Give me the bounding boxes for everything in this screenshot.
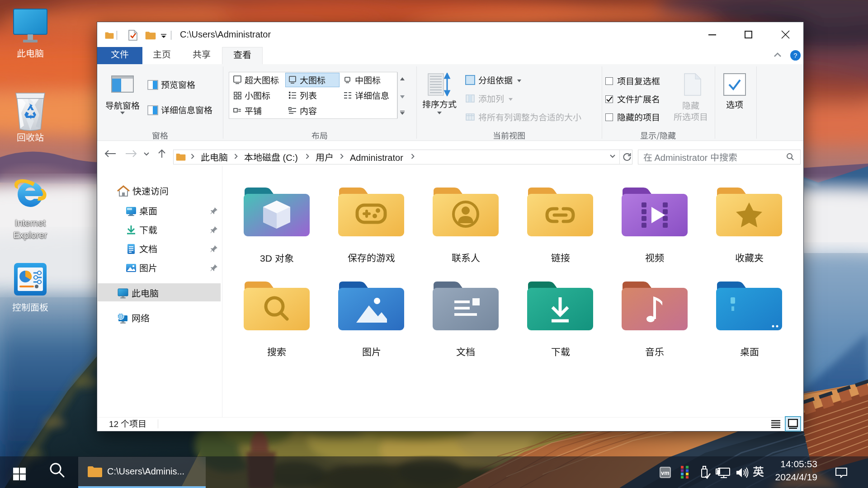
svg-text:vm: vm: [661, 469, 670, 476]
svg-text:?: ?: [793, 52, 797, 59]
